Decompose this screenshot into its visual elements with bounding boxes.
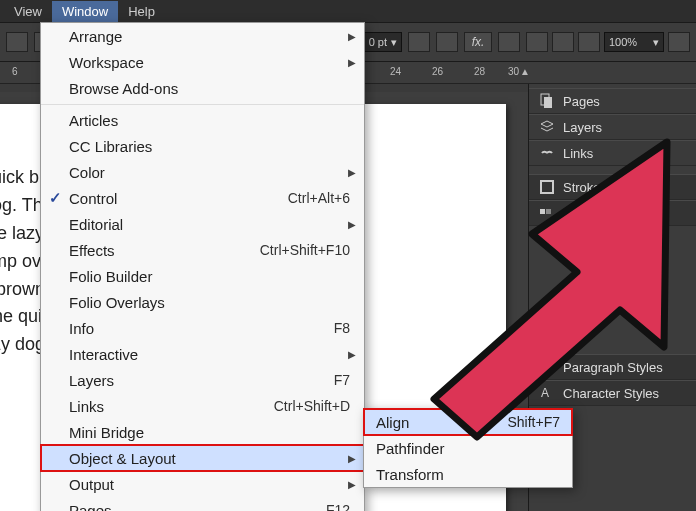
menu-item-articles[interactable]: Articles bbox=[41, 104, 364, 133]
pages-icon bbox=[539, 93, 555, 109]
fx-button[interactable]: fx. bbox=[464, 32, 492, 52]
menu-item-label: Layers bbox=[69, 372, 114, 389]
toolbar-button[interactable] bbox=[526, 32, 548, 52]
svg-rect-5 bbox=[546, 209, 551, 214]
menu-item-object-layout[interactable]: Object & Layout▶ bbox=[41, 445, 364, 471]
submenu-arrow-icon: ▶ bbox=[348, 479, 356, 490]
layers-icon bbox=[539, 119, 555, 135]
ruler-arrow-icon: ▲ bbox=[520, 66, 530, 77]
menu-item-label: Object & Layout bbox=[69, 450, 176, 467]
submenu-item-label: Transform bbox=[376, 466, 444, 483]
panel-pages[interactable]: Pages bbox=[529, 88, 696, 114]
menu-item-interactive[interactable]: Interactive▶ bbox=[41, 341, 364, 367]
menu-item-label: Editorial bbox=[69, 216, 123, 233]
menu-item-pages[interactable]: PagesF12 bbox=[41, 497, 364, 511]
menu-shortcut: Ctrl+Shift+D bbox=[274, 398, 350, 414]
submenu-item-label: Align bbox=[376, 414, 409, 431]
zoom-input[interactable]: 100%▾ bbox=[604, 32, 664, 52]
svg-rect-3 bbox=[541, 181, 553, 193]
svg-text:A: A bbox=[541, 386, 549, 400]
toolbar-button[interactable] bbox=[408, 32, 430, 52]
submenu-item-pathfinder[interactable]: Pathfinder bbox=[364, 435, 572, 461]
menu-item-label: Mini Bridge bbox=[69, 424, 144, 441]
menu-item-output[interactable]: Output▶ bbox=[41, 471, 364, 497]
menu-item-arrange[interactable]: Arrange▶ bbox=[41, 23, 364, 49]
menu-shortcut: F7 bbox=[334, 372, 350, 388]
panel-swatches[interactable]: Swatches bbox=[529, 200, 696, 226]
toolbar-button[interactable] bbox=[6, 32, 28, 52]
menu-item-label: Arrange bbox=[69, 28, 122, 45]
menu-item-label: Pages bbox=[69, 502, 112, 512]
object-layout-submenu: AlignShift+F7PathfinderTransform bbox=[363, 408, 573, 488]
menu-item-control[interactable]: ✓ControlCtrl+Alt+6 bbox=[41, 185, 364, 211]
stroke-icon bbox=[539, 179, 555, 195]
menu-item-workspace[interactable]: Workspace▶ bbox=[41, 49, 364, 75]
submenu-item-align[interactable]: AlignShift+F7 bbox=[364, 409, 572, 435]
menu-item-label: Interactive bbox=[69, 346, 138, 363]
menu-shortcut: Ctrl+Alt+6 bbox=[288, 190, 350, 206]
menu-item-label: Color bbox=[69, 164, 105, 181]
submenu-arrow-icon: ▶ bbox=[348, 167, 356, 178]
menu-item-effects[interactable]: EffectsCtrl+Shift+F10 bbox=[41, 237, 364, 263]
svg-rect-4 bbox=[540, 209, 545, 214]
menu-shortcut: Shift+F7 bbox=[507, 414, 560, 430]
submenu-arrow-icon: ▶ bbox=[348, 57, 356, 68]
menu-item-folio-builder[interactable]: Folio Builder bbox=[41, 263, 364, 289]
menu-item-label: Workspace bbox=[69, 54, 144, 71]
menu-item-info[interactable]: InfoF8 bbox=[41, 315, 364, 341]
panel-links[interactable]: Links bbox=[529, 140, 696, 166]
links-icon bbox=[539, 145, 555, 161]
character-icon: A bbox=[539, 385, 555, 401]
toolbar-button[interactable] bbox=[578, 32, 600, 52]
submenu-item-label: Pathfinder bbox=[376, 440, 444, 457]
submenu-arrow-icon: ▶ bbox=[348, 349, 356, 360]
panel-stroke[interactable]: Stroke bbox=[529, 174, 696, 200]
menu-window[interactable]: Window bbox=[52, 1, 118, 22]
menu-item-label: Browse Add-ons bbox=[69, 80, 178, 97]
menu-item-color[interactable]: Color▶ bbox=[41, 159, 364, 185]
menu-item-layers[interactable]: LayersF7 bbox=[41, 367, 364, 393]
submenu-arrow-icon: ▶ bbox=[348, 219, 356, 230]
menu-item-links[interactable]: LinksCtrl+Shift+D bbox=[41, 393, 364, 419]
menu-item-label: CC Libraries bbox=[69, 138, 152, 155]
panel-paragraph-styles[interactable]: Paragraph Styles bbox=[529, 354, 696, 380]
menu-item-label: Links bbox=[69, 398, 104, 415]
menu-item-cc-libraries[interactable]: CC Libraries bbox=[41, 133, 364, 159]
menu-item-label: Effects bbox=[69, 242, 115, 259]
window-menu-dropdown: Arrange▶Workspace▶Browse Add-onsArticles… bbox=[40, 22, 365, 511]
paragraph-icon bbox=[539, 359, 555, 375]
panel-layers[interactable]: Layers bbox=[529, 114, 696, 140]
menu-help[interactable]: Help bbox=[118, 1, 165, 22]
menu-item-mini-bridge[interactable]: Mini Bridge bbox=[41, 419, 364, 445]
menu-item-label: Output bbox=[69, 476, 114, 493]
toolbar-button[interactable] bbox=[552, 32, 574, 52]
swatches-icon bbox=[539, 205, 555, 221]
submenu-arrow-icon: ▶ bbox=[348, 453, 356, 464]
checkmark-icon: ✓ bbox=[49, 189, 62, 207]
menu-shortcut: F12 bbox=[326, 502, 350, 511]
menu-item-browse-add-ons[interactable]: Browse Add-ons bbox=[41, 75, 364, 101]
menu-item-editorial[interactable]: Editorial▶ bbox=[41, 211, 364, 237]
menu-view[interactable]: View bbox=[4, 1, 52, 22]
menu-item-label: Control bbox=[69, 190, 117, 207]
menu-item-label: Info bbox=[69, 320, 94, 337]
menu-shortcut: F8 bbox=[334, 320, 350, 336]
menu-item-label: Articles bbox=[69, 112, 118, 129]
menu-shortcut: Ctrl+Shift+F10 bbox=[260, 242, 350, 258]
menu-item-folio-overlays[interactable]: Folio Overlays bbox=[41, 289, 364, 315]
submenu-item-transform[interactable]: Transform bbox=[364, 461, 572, 487]
panel-character-styles[interactable]: ACharacter Styles bbox=[529, 380, 696, 406]
toolbar-button[interactable] bbox=[668, 32, 690, 52]
menu-item-label: Folio Overlays bbox=[69, 294, 165, 311]
toolbar-button[interactable] bbox=[498, 32, 520, 52]
menubar: View Window Help bbox=[0, 0, 696, 22]
menu-item-label: Folio Builder bbox=[69, 268, 152, 285]
toolbar-button[interactable] bbox=[436, 32, 458, 52]
submenu-arrow-icon: ▶ bbox=[348, 31, 356, 42]
svg-rect-2 bbox=[544, 97, 552, 108]
